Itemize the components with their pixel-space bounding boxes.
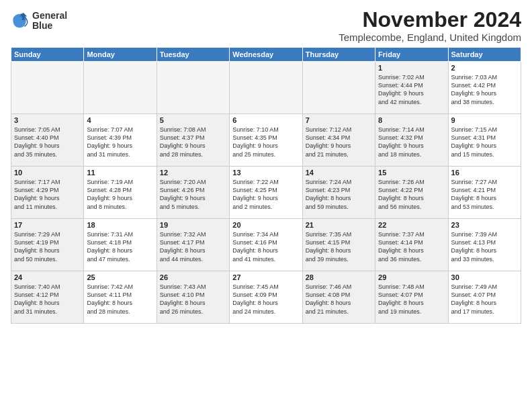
- day-cell: 14Sunrise: 7:24 AMSunset: 4:23 PMDayligh…: [302, 167, 375, 219]
- day-info: Sunrise: 7:24 AMSunset: 4:23 PMDaylight:…: [306, 178, 372, 211]
- day-number: 19: [160, 221, 226, 229]
- day-info: Sunrise: 7:37 AMSunset: 4:14 PMDaylight:…: [378, 230, 445, 263]
- day-number: 20: [232, 221, 299, 229]
- col-header-saturday: Saturday: [448, 48, 521, 62]
- day-cell: [230, 62, 302, 114]
- day-info: Sunrise: 7:43 AMSunset: 4:10 PMDaylight:…: [160, 283, 226, 316]
- month-title: November 2024: [339, 8, 521, 32]
- day-number: 4: [87, 116, 153, 124]
- day-number: 8: [378, 116, 445, 124]
- logo-text: General Blue: [32, 11, 67, 32]
- day-number: 30: [451, 273, 518, 281]
- day-number: 2: [451, 64, 518, 72]
- day-number: 5: [160, 116, 226, 124]
- day-info: Sunrise: 7:39 AMSunset: 4:13 PMDaylight:…: [451, 230, 518, 263]
- day-number: 27: [232, 273, 299, 281]
- col-header-monday: Monday: [84, 48, 157, 62]
- logo: General Blue: [11, 11, 67, 32]
- day-number: 25: [87, 273, 153, 281]
- location: Templecombe, England, United Kingdom: [339, 32, 521, 43]
- day-cell: 20Sunrise: 7:34 AMSunset: 4:16 PMDayligh…: [230, 219, 302, 271]
- day-cell: [157, 62, 229, 114]
- day-number: 15: [378, 169, 445, 177]
- day-info: Sunrise: 7:49 AMSunset: 4:07 PMDaylight:…: [451, 283, 518, 316]
- day-number: 14: [306, 169, 372, 177]
- day-cell: 3Sunrise: 7:05 AMSunset: 4:40 PMDaylight…: [11, 114, 84, 167]
- day-info: Sunrise: 7:15 AMSunset: 4:31 PMDaylight:…: [451, 126, 518, 158]
- day-cell: 17Sunrise: 7:29 AMSunset: 4:19 PMDayligh…: [11, 219, 84, 271]
- day-info: Sunrise: 7:05 AMSunset: 4:40 PMDaylight:…: [14, 126, 81, 158]
- day-number: 12: [160, 169, 226, 177]
- day-cell: 24Sunrise: 7:40 AMSunset: 4:12 PMDayligh…: [11, 271, 84, 324]
- calendar: SundayMondayTuesdayWednesdayThursdayFrid…: [11, 47, 521, 324]
- day-info: Sunrise: 7:19 AMSunset: 4:28 PMDaylight:…: [87, 178, 153, 211]
- day-info: Sunrise: 7:20 AMSunset: 4:26 PMDaylight:…: [160, 178, 226, 211]
- day-cell: 12Sunrise: 7:20 AMSunset: 4:26 PMDayligh…: [157, 167, 229, 219]
- day-cell: 4Sunrise: 7:07 AMSunset: 4:39 PMDaylight…: [84, 114, 157, 167]
- day-number: 3: [14, 116, 81, 124]
- day-cell: 29Sunrise: 7:48 AMSunset: 4:07 PMDayligh…: [375, 271, 448, 324]
- day-cell: 25Sunrise: 7:42 AMSunset: 4:11 PMDayligh…: [84, 271, 157, 324]
- day-info: Sunrise: 7:08 AMSunset: 4:37 PMDaylight:…: [160, 126, 226, 158]
- day-cell: 6Sunrise: 7:10 AMSunset: 4:35 PMDaylight…: [230, 114, 302, 167]
- day-info: Sunrise: 7:48 AMSunset: 4:07 PMDaylight:…: [378, 283, 445, 316]
- day-info: Sunrise: 7:26 AMSunset: 4:22 PMDaylight:…: [378, 178, 445, 211]
- page: General Blue November 2024 Templecombe, …: [0, 0, 532, 411]
- day-info: Sunrise: 7:46 AMSunset: 4:08 PMDaylight:…: [306, 283, 372, 316]
- day-number: 22: [378, 221, 445, 229]
- day-info: Sunrise: 7:42 AMSunset: 4:11 PMDaylight:…: [87, 283, 153, 316]
- day-number: 29: [378, 273, 445, 281]
- day-number: 23: [451, 221, 518, 229]
- week-row-5: 24Sunrise: 7:40 AMSunset: 4:12 PMDayligh…: [11, 271, 521, 324]
- day-number: 28: [306, 273, 372, 281]
- day-cell: [11, 62, 84, 114]
- col-header-tuesday: Tuesday: [157, 48, 229, 62]
- col-header-wednesday: Wednesday: [230, 48, 302, 62]
- day-number: 18: [87, 221, 153, 229]
- day-cell: 11Sunrise: 7:19 AMSunset: 4:28 PMDayligh…: [84, 167, 157, 219]
- day-cell: [84, 62, 157, 114]
- day-info: Sunrise: 7:12 AMSunset: 4:34 PMDaylight:…: [306, 126, 372, 158]
- day-number: 1: [378, 64, 445, 72]
- day-number: 16: [451, 169, 518, 177]
- day-cell: 18Sunrise: 7:31 AMSunset: 4:18 PMDayligh…: [84, 219, 157, 271]
- day-number: 26: [160, 273, 226, 281]
- day-number: 7: [306, 116, 372, 124]
- day-number: 21: [306, 221, 372, 229]
- day-info: Sunrise: 7:02 AMSunset: 4:44 PMDaylight:…: [378, 73, 445, 106]
- day-cell: 5Sunrise: 7:08 AMSunset: 4:37 PMDaylight…: [157, 114, 229, 167]
- day-cell: 22Sunrise: 7:37 AMSunset: 4:14 PMDayligh…: [375, 219, 448, 271]
- day-info: Sunrise: 7:40 AMSunset: 4:12 PMDaylight:…: [14, 283, 81, 316]
- day-cell: 8Sunrise: 7:14 AMSunset: 4:32 PMDaylight…: [375, 114, 448, 167]
- day-cell: 9Sunrise: 7:15 AMSunset: 4:31 PMDaylight…: [448, 114, 521, 167]
- header: General Blue November 2024 Templecombe, …: [11, 8, 521, 43]
- day-info: Sunrise: 7:34 AMSunset: 4:16 PMDaylight:…: [232, 230, 299, 263]
- day-number: 10: [14, 169, 81, 177]
- day-info: Sunrise: 7:29 AMSunset: 4:19 PMDaylight:…: [14, 230, 81, 263]
- col-header-sunday: Sunday: [11, 48, 84, 62]
- day-info: Sunrise: 7:32 AMSunset: 4:17 PMDaylight:…: [160, 230, 226, 263]
- day-cell: [302, 62, 375, 114]
- day-number: 11: [87, 169, 153, 177]
- day-info: Sunrise: 7:17 AMSunset: 4:29 PMDaylight:…: [14, 178, 81, 211]
- week-row-1: 1Sunrise: 7:02 AMSunset: 4:44 PMDaylight…: [11, 62, 521, 114]
- week-row-2: 3Sunrise: 7:05 AMSunset: 4:40 PMDaylight…: [11, 114, 521, 167]
- logo-icon: [11, 11, 30, 30]
- day-cell: 16Sunrise: 7:27 AMSunset: 4:21 PMDayligh…: [448, 167, 521, 219]
- day-info: Sunrise: 7:14 AMSunset: 4:32 PMDaylight:…: [378, 126, 445, 158]
- day-cell: 19Sunrise: 7:32 AMSunset: 4:17 PMDayligh…: [157, 219, 229, 271]
- day-info: Sunrise: 7:03 AMSunset: 4:42 PMDaylight:…: [451, 73, 518, 106]
- day-cell: 15Sunrise: 7:26 AMSunset: 4:22 PMDayligh…: [375, 167, 448, 219]
- day-info: Sunrise: 7:10 AMSunset: 4:35 PMDaylight:…: [232, 126, 299, 158]
- day-number: 6: [232, 116, 299, 124]
- day-cell: 1Sunrise: 7:02 AMSunset: 4:44 PMDaylight…: [375, 62, 448, 114]
- title-block: November 2024 Templecombe, England, Unit…: [339, 8, 521, 43]
- day-number: 9: [451, 116, 518, 124]
- day-number: 17: [14, 221, 81, 229]
- day-cell: 7Sunrise: 7:12 AMSunset: 4:34 PMDaylight…: [302, 114, 375, 167]
- day-cell: 13Sunrise: 7:22 AMSunset: 4:25 PMDayligh…: [230, 167, 302, 219]
- col-header-thursday: Thursday: [302, 48, 375, 62]
- day-number: 24: [14, 273, 81, 281]
- day-info: Sunrise: 7:35 AMSunset: 4:15 PMDaylight:…: [306, 230, 372, 263]
- day-cell: 21Sunrise: 7:35 AMSunset: 4:15 PMDayligh…: [302, 219, 375, 271]
